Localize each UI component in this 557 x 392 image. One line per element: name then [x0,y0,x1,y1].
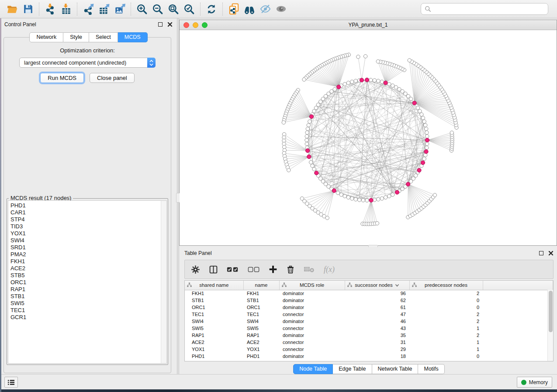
cell-successor-nodes[interactable]: 31 [345,339,409,346]
column-header-name[interactable]: name [243,281,279,290]
mcds-result-item[interactable]: STB1 [10,293,166,300]
cell-predecessor-nodes[interactable]: 0 [409,353,483,360]
memory-button[interactable]: Memory [517,377,552,388]
zoom-out-button[interactable] [150,2,166,17]
cell-mcds-role[interactable]: dominator [279,290,345,297]
cell-mcds-role[interactable]: connector [279,325,345,332]
deselect-all-button[interactable] [248,266,260,273]
cell-shared-name[interactable]: FKH1 [185,290,243,297]
cell-shared-name[interactable]: YOX1 [185,346,243,353]
mcds-result-item[interactable]: GCR1 [10,314,166,321]
export-image-button[interactable] [112,2,128,17]
task-history-button[interactable] [4,377,18,388]
settings-gear-button[interactable] [191,265,200,274]
zoom-in-button[interactable] [134,2,150,17]
network-canvas[interactable] [180,30,557,245]
column-header-MCDS-role[interactable]: MCDS role [279,281,345,290]
function-builder-button[interactable]: f(x) [324,265,335,274]
result-list-scrollbar[interactable] [161,201,166,363]
cell-shared-name[interactable]: SWI5 [185,325,243,332]
table-row[interactable]: ORC1ORC1dominator610 [185,304,553,311]
cell-name[interactable]: STB1 [243,297,279,304]
node-table[interactable]: shared namename MCDS role successor node… [184,280,554,361]
search-field[interactable] [421,3,548,15]
table-row[interactable]: FKH1FKH1dominator962 [185,290,553,297]
cell-name[interactable]: ORC1 [243,304,279,311]
save-session-button[interactable] [20,2,36,17]
close-panel-button[interactable] [167,22,173,28]
column-header-shared-name[interactable]: shared name [185,281,243,290]
cell-name[interactable]: SWI5 [243,325,279,332]
network-window-titlebar[interactable]: YPA_prune.txt_1 [180,20,557,30]
network-graph[interactable] [180,30,555,245]
cell-shared-name[interactable]: RAP1 [185,332,243,339]
cell-successor-nodes[interactable]: 46 [345,318,409,325]
cell-name[interactable]: FKH1 [243,290,279,297]
close-mcds-panel-button[interactable]: Close panel [90,73,135,83]
cell-name[interactable]: SWI4 [243,318,279,325]
mcds-result-list[interactable]: PHD1CAR1STP4TID3YOX1SWI4SRD1PMA2FKH1ACE2… [8,200,167,364]
table-row[interactable]: TEC1TEC1connector472 [185,311,553,318]
run-mcds-button[interactable]: Run MCDS [40,73,84,83]
cell-mcds-role[interactable]: connector [279,346,345,353]
first-neighbors-button[interactable] [242,2,257,17]
cell-name[interactable]: RAP1 [243,332,279,339]
cell-shared-name[interactable]: TEC1 [185,311,243,318]
tab-edge-table[interactable]: Edge Table [333,364,372,374]
cell-predecessor-nodes[interactable]: 0 [409,304,483,311]
cell-mcds-role[interactable]: connector [279,339,345,346]
cell-successor-nodes[interactable]: 35 [345,332,409,339]
cell-predecessor-nodes[interactable]: 2 [409,311,483,318]
cell-successor-nodes[interactable]: 96 [345,290,409,297]
table-row[interactable]: SWI5SWI5connector431 [185,325,553,332]
cell-successor-nodes[interactable]: 47 [345,311,409,318]
cell-shared-name[interactable]: STB1 [185,297,243,304]
mcds-result-item[interactable]: ACE2 [10,265,166,272]
cell-successor-nodes[interactable]: 29 [345,346,409,353]
table-scrollbar-thumb[interactable] [549,291,553,332]
mcds-result-item[interactable]: SRD1 [10,244,166,251]
float-table-panel-button[interactable] [538,251,544,256]
hide-selected-button[interactable] [257,2,273,17]
mcds-result-item[interactable]: CAR1 [10,209,166,216]
mcds-result-item[interactable]: TEC1 [10,307,166,314]
cell-shared-name[interactable]: SWI4 [185,318,243,325]
close-table-panel-button[interactable] [548,251,554,256]
delete-table-button[interactable] [304,265,315,273]
mcds-result-item[interactable]: PHD1 [10,202,166,209]
table-row[interactable]: STB1STB1dominator620 [185,297,553,304]
mcds-result-item[interactable]: FKH1 [10,258,166,265]
table-row[interactable]: PHD1PHD1dominator180 [185,353,553,360]
tab-network-table[interactable]: Network Table [372,364,419,374]
column-header-successor-nodes[interactable]: successor nodes [345,281,409,290]
column-preferences-button[interactable] [209,265,218,274]
column-header-predecessor-nodes[interactable]: predecessor nodes [409,281,483,290]
optimization-criterion-select[interactable]: largest connected component (undirected) [19,58,156,68]
cell-mcds-role[interactable]: dominator [279,332,345,339]
select-all-button[interactable] [227,266,239,273]
delete-row-button[interactable] [286,265,295,274]
mcds-result-item[interactable]: YOX1 [10,230,166,237]
cell-successor-nodes[interactable]: 61 [345,304,409,311]
open-file-button[interactable] [4,2,20,17]
tab-mcds[interactable]: MCDS [118,32,148,42]
mcds-result-item[interactable]: TID3 [10,223,166,230]
cell-mcds-role[interactable]: dominator [279,297,345,304]
tab-network[interactable]: Network [29,32,63,42]
float-panel-button[interactable] [157,22,163,28]
cell-mcds-role[interactable]: dominator [279,304,345,311]
cell-successor-nodes[interactable]: 62 [345,297,409,304]
cell-mcds-role[interactable]: dominator [279,353,345,360]
cell-predecessor-nodes[interactable]: 2 [409,290,483,297]
table-row[interactable]: YOX1YOX1connector291 [185,346,553,353]
apply-layout-button[interactable] [204,2,219,17]
mcds-result-item[interactable]: STP4 [10,216,166,223]
mcds-result-item[interactable]: RAP1 [10,286,166,293]
cell-predecessor-nodes[interactable]: 0 [409,297,483,304]
import-table-button[interactable] [58,2,74,17]
cell-shared-name[interactable]: PHD1 [185,353,243,360]
mcds-result-item[interactable]: STB5 [10,272,166,279]
export-table-button[interactable] [96,2,112,17]
import-network-button[interactable] [42,2,58,17]
cell-predecessor-nodes[interactable]: 2 [409,318,483,325]
